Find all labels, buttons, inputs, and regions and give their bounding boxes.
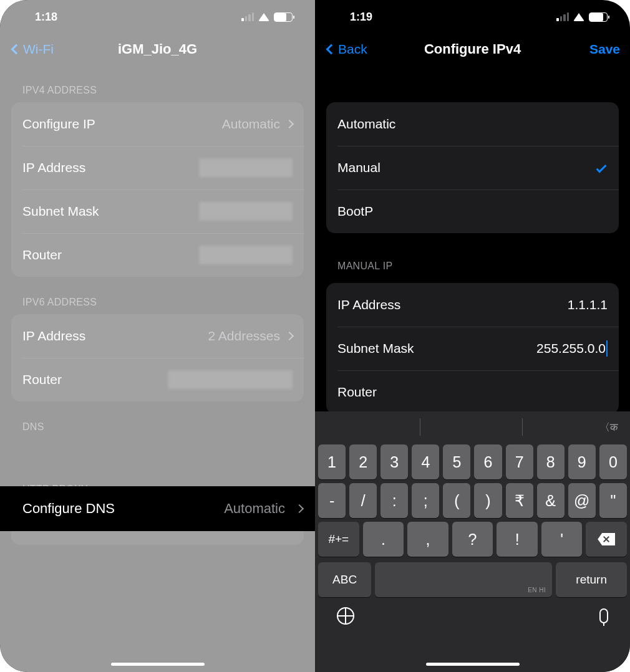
key-9[interactable]: 9: [568, 444, 596, 479]
status-bar: 1:19: [315, 0, 630, 34]
key-5[interactable]: 5: [443, 444, 470, 479]
highlighted-dns-row[interactable]: Configure DNS Automatic: [0, 486, 315, 531]
cellular-icon: [556, 12, 569, 21]
ipv6-address-label: IP Address: [22, 329, 85, 343]
left-content: 1:18 Wi-Fi iGM_Jio_4G IPV4 ADDRESS Confi…: [0, 0, 315, 672]
manual-router-cell[interactable]: Router: [326, 370, 619, 414]
ip-address-label: IP Address: [22, 160, 85, 175]
status-icons: [556, 12, 608, 22]
ipv4-header: IPV4 ADDRESS: [0, 65, 315, 102]
obscured-value: [168, 370, 293, 389]
key-![interactable]: !: [497, 522, 538, 557]
configure-ip-label: Configure IP: [22, 117, 95, 132]
key-6[interactable]: 6: [474, 444, 502, 479]
key-&[interactable]: &: [537, 483, 565, 518]
key-4[interactable]: 4: [412, 444, 439, 479]
option-automatic[interactable]: Automatic: [326, 102, 619, 146]
key-8[interactable]: 8: [537, 444, 565, 479]
status-icons: [241, 12, 293, 22]
chevron-right-icon: [285, 332, 294, 340]
space-hint: EN HI: [528, 587, 546, 593]
key-.[interactable]: .: [363, 522, 404, 557]
ipv6-router-cell: Router: [11, 358, 304, 401]
globe-icon: [337, 607, 354, 625]
backspace-icon: [598, 533, 615, 545]
key-0[interactable]: 0: [599, 444, 627, 479]
ipv6-router-label: Router: [22, 372, 62, 387]
status-bar: 1:18: [0, 0, 315, 34]
page-title: Configure IPv4: [315, 41, 630, 57]
ipv6-address-cell[interactable]: IP Address 2 Addresses: [11, 314, 304, 358]
cellular-icon: [241, 12, 254, 21]
key-₹[interactable]: ₹: [506, 483, 533, 518]
dns-header: DNS: [0, 401, 315, 439]
key-7[interactable]: 7: [506, 444, 533, 479]
option-bootp[interactable]: BootP: [326, 190, 619, 233]
key-@[interactable]: @: [568, 483, 596, 518]
mic-button[interactable]: [599, 608, 608, 623]
status-time: 1:18: [35, 11, 57, 24]
lang-hint[interactable]: 〈क: [599, 420, 618, 434]
key-2[interactable]: 2: [349, 444, 377, 479]
key-'[interactable]: ': [541, 522, 583, 557]
page-title: iGM_Jio_4G: [0, 41, 315, 57]
ipv6-address-value: 2 Addresses: [208, 329, 293, 343]
ipv4-group: Configure IP Automatic IP Address Subnet…: [11, 102, 304, 277]
home-indicator[interactable]: [111, 663, 205, 666]
key-space[interactable]: EN HI: [375, 562, 552, 597]
key-symbols[interactable]: #+=: [318, 522, 359, 557]
key-,[interactable]: ,: [407, 522, 448, 557]
globe-button[interactable]: [337, 607, 354, 625]
left-screen: 1:18 Wi-Fi iGM_Jio_4G IPV4 ADDRESS Confi…: [0, 0, 315, 672]
key-?[interactable]: ?: [452, 522, 493, 557]
manual-mask-label: Subnet Mask: [337, 341, 414, 356]
configure-dns-value: Automatic: [224, 501, 285, 517]
key-;[interactable]: ;: [412, 483, 439, 518]
manual-mask-value[interactable]: 255.255.0.0: [468, 341, 606, 356]
option-manual-label: Manual: [337, 160, 380, 175]
ip-address-cell: IP Address: [11, 146, 304, 190]
key-abc[interactable]: ABC: [318, 562, 371, 597]
home-indicator[interactable]: [426, 663, 520, 666]
key--[interactable]: -: [318, 483, 346, 518]
obscured-value: [199, 158, 293, 177]
key-return[interactable]: return: [556, 562, 627, 597]
option-manual[interactable]: Manual: [326, 146, 619, 190]
save-button[interactable]: Save: [589, 42, 620, 57]
obscured-value: [199, 246, 293, 264]
keyboard-toolbar: 〈क: [318, 411, 627, 443]
configure-ip-value: Automatic: [222, 117, 293, 132]
checkmark-icon: [596, 163, 607, 173]
right-screen: 1:19 Back Configure IPv4 Save Automatic: [315, 0, 630, 672]
key-1[interactable]: 1: [318, 444, 346, 479]
navbar: Back Configure IPv4 Save: [315, 34, 630, 65]
router-cell: Router: [11, 233, 304, 277]
wifi-icon: [573, 13, 584, 21]
obscured-value: [199, 202, 293, 221]
chevron-right-icon: [285, 120, 294, 128]
subnet-mask-cell: Subnet Mask: [11, 190, 304, 233]
keyboard-row-4: ABC EN HI return: [318, 559, 627, 597]
key-"[interactable]: ": [599, 483, 627, 518]
battery-icon: [274, 12, 293, 22]
configure-dns-label: Configure DNS: [22, 501, 115, 517]
mic-icon: [599, 608, 608, 623]
key-backspace[interactable]: [586, 522, 627, 557]
key-:[interactable]: :: [380, 483, 408, 518]
keyboard-row-2: -/:;()₹&@": [318, 481, 627, 520]
manual-ip-value[interactable]: 1.1.1.1: [470, 297, 608, 312]
configure-ip-cell[interactable]: Configure IP Automatic: [11, 102, 304, 146]
option-bootp-label: BootP: [337, 204, 373, 219]
manual-ip-group: IP Address 1.1.1.1 Subnet Mask 255.255.0…: [326, 283, 619, 414]
manual-mask-cell[interactable]: Subnet Mask 255.255.0.0: [326, 327, 619, 370]
text-caret: [606, 340, 608, 357]
key-/[interactable]: /: [349, 483, 377, 518]
manual-router-label: Router: [337, 385, 377, 400]
key-3[interactable]: 3: [380, 444, 408, 479]
battery-icon: [589, 12, 608, 22]
key-([interactable]: (: [443, 483, 470, 518]
manual-ip-cell[interactable]: IP Address 1.1.1.1: [326, 283, 619, 327]
key-)[interactable]: ): [474, 483, 502, 518]
status-time: 1:19: [350, 11, 372, 24]
config-options-group: Automatic Manual BootP: [326, 102, 619, 233]
